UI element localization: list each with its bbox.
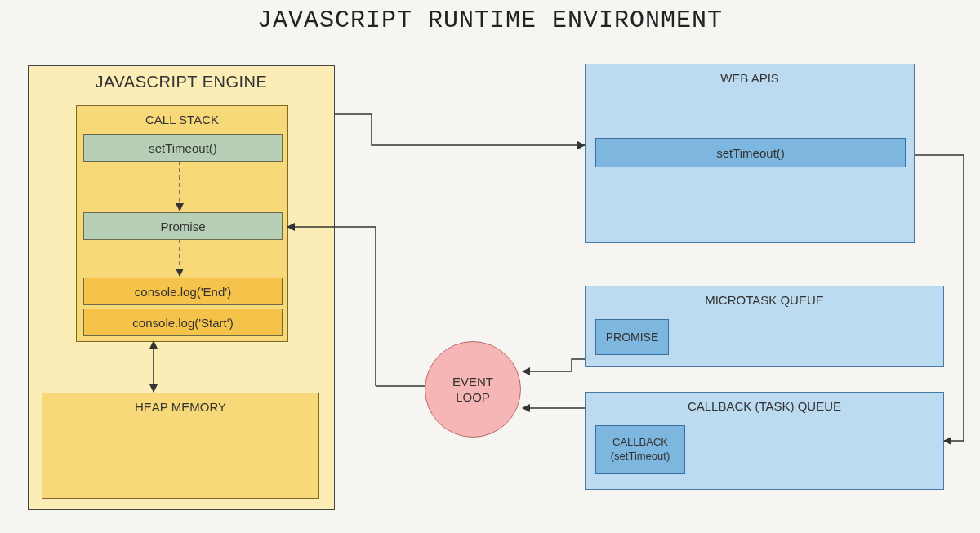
js-engine-title: JAVASCRIPT ENGINE xyxy=(29,73,334,91)
event-loop-circle: EVENTLOOP xyxy=(425,341,521,438)
event-loop-label: EVENTLOOP xyxy=(452,374,493,406)
call-stack-item: Promise xyxy=(83,212,283,240)
callback-queue-title: CALLBACK (TASK) QUEUE xyxy=(586,393,943,413)
page-title: JAVASCRIPT RUNTIME ENVIRONMENT xyxy=(0,7,980,34)
web-apis-title: WEB APIS xyxy=(586,64,914,85)
js-engine-box: JAVASCRIPT ENGINE CALL STACK setTimeout(… xyxy=(28,65,335,510)
call-stack-title: CALL STACK xyxy=(77,106,287,131)
call-stack-box: CALL STACK setTimeout() Promise console.… xyxy=(76,105,288,342)
microtask-item: PROMISE xyxy=(595,319,669,355)
microtask-queue-box: MICROTASK QUEUE PROMISE xyxy=(585,286,944,367)
web-apis-box: WEB APIS setTimeout() xyxy=(585,64,915,243)
web-apis-item: setTimeout() xyxy=(595,138,906,167)
callback-item: CALLBACK(setTimeout) xyxy=(595,425,685,474)
callback-queue-box: CALLBACK (TASK) QUEUE CALLBACK(setTimeou… xyxy=(585,392,944,490)
call-stack-item: console.log('Start') xyxy=(83,309,283,336)
heap-memory-box: HEAP MEMORY xyxy=(42,393,319,499)
call-stack-item: setTimeout() xyxy=(83,134,283,162)
call-stack-item: console.log('End') xyxy=(83,278,283,305)
heap-memory-title: HEAP MEMORY xyxy=(42,393,318,420)
microtask-queue-title: MICROTASK QUEUE xyxy=(586,286,943,307)
